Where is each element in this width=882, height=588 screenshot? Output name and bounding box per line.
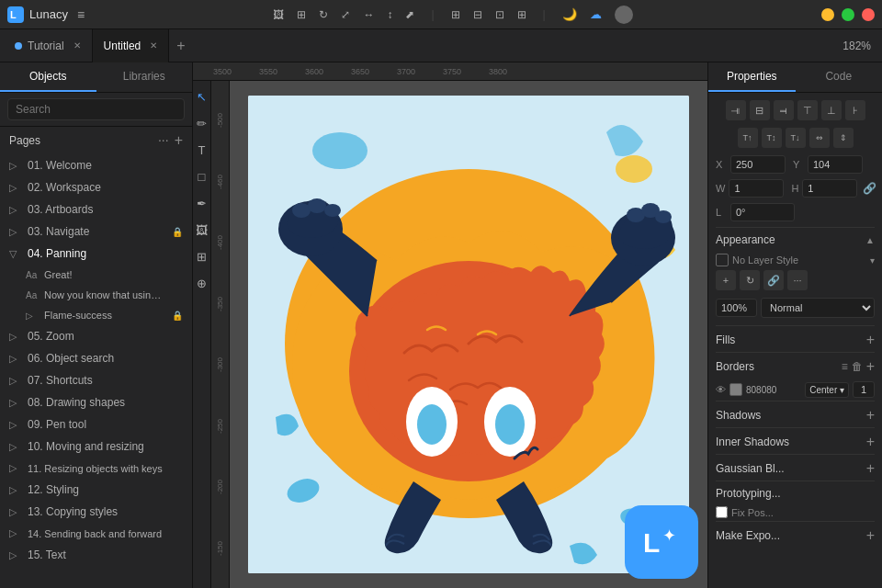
align-top-button[interactable]: ⊤ [797,100,818,120]
rotate-input[interactable] [730,203,795,221]
page-item-11-resizing[interactable]: ▷ 11. Resizing objects with keys [0,458,192,479]
page-item-08-drawing[interactable]: ▷ 08. Drawing shapes [0,391,192,413]
hamburger-menu-icon[interactable]: ≡ [77,7,85,22]
text-tool[interactable]: T [198,143,206,157]
layer-style-add-btn[interactable]: + [716,270,736,290]
inner-shadows-add-icon[interactable]: + [866,434,875,450]
page-item-05-zoom[interactable]: ▷ 05. Zoom [0,325,192,347]
path-tool[interactable]: ⬈ [405,8,414,21]
tab-properties[interactable]: Properties [708,62,796,92]
grid-view-icon[interactable]: ⊞ [451,8,460,21]
layer-style-rotate-btn[interactable]: ↻ [740,270,760,290]
borders-section[interactable]: Borders ≡ 🗑 + [716,352,875,379]
appearance-section[interactable]: Appearance ▲ [716,227,875,250]
page-item-13-copying[interactable]: ▷ 13. Copying styles [0,501,192,523]
inner-shadows-section[interactable]: Inner Shadows + [716,427,875,454]
canvas-background[interactable]: -500 -460 -400 -350 -300 -250 -200 -150 [211,81,707,588]
page-item-10-moving[interactable]: ▷ 10. Moving and resizing [0,435,192,458]
tab-tutorial-close[interactable]: ✕ [74,40,81,51]
border-width-input[interactable]: 1 [853,381,875,398]
borders-delete-icon[interactable]: 🗑 [852,360,863,373]
page-item-09-pen[interactable]: ▷ 09. Pen tool [0,413,192,435]
layer-style-chevron-icon[interactable]: ▾ [870,255,875,266]
layer-style-more-btn[interactable]: ··· [787,270,808,290]
align-center-button[interactable]: ⊟ [750,100,770,120]
pen-tool[interactable]: ✒ [197,197,207,210]
page-item-07-shortcuts[interactable]: ▷ 07. Shortcuts [0,369,192,391]
h-input[interactable] [802,179,857,198]
maximize-button[interactable] [842,8,854,21]
gaussian-blur-section[interactable]: Gaussian Bl... + [716,454,875,481]
align-left-button[interactable]: ⫣ [726,100,746,120]
dist-horiz[interactable]: ⇔ [809,128,830,148]
fills-add-icon[interactable]: + [866,332,875,348]
align-text-bot[interactable]: T↓ [786,128,806,148]
page-item-15-text[interactable]: ▷ 15. Text [0,544,192,566]
page-item-02-workspace[interactable]: ▷ 02. Workspace [0,176,192,198]
prototyping-section[interactable]: Prototyping... [716,481,875,503]
image-insert-tool[interactable]: 🖼 [273,8,284,21]
sidebar-tab-libraries[interactable]: Libraries [96,62,193,92]
tab-untitled-close[interactable]: ✕ [150,40,157,51]
align-text-top[interactable]: T↑ [738,128,758,148]
gaussian-blur-add-icon[interactable]: + [866,460,875,477]
layer-style-link-btn[interactable]: 🔗 [763,270,784,290]
tab-add-button[interactable]: + [169,38,192,54]
align-bottom-button[interactable]: ⊦ [845,100,865,120]
tab-code[interactable]: Code [796,62,883,92]
pencil-tool[interactable]: ✏ [197,117,207,130]
border-visibility-icon[interactable]: 👁 [716,384,726,395]
zoom-tool[interactable]: ⊕ [197,277,207,290]
dark-mode-icon[interactable]: 🌙 [562,7,577,21]
component-tool[interactable]: ⊞ [197,250,207,264]
page-item-04-panning[interactable]: ▽ 04. Panning [0,243,192,265]
dist-vert[interactable]: ⇕ [833,128,854,148]
page-item-06-search[interactable]: ▷ 06. Object search [0,347,192,369]
page-item-03-artboards[interactable]: ▷ 03. Artboards [0,198,192,220]
snap-icon[interactable]: ⊡ [495,8,504,21]
page-item-01-welcome[interactable]: ▷ 01. Welcome [0,154,192,176]
fills-section[interactable]: Fills + [716,325,875,352]
flip-v-tool[interactable]: ↕ [387,8,392,21]
lock-aspect-icon[interactable]: 🔗 [863,182,876,195]
layout-icon[interactable]: ⊟ [473,8,482,21]
tab-untitled[interactable]: Untitled ✕ [93,29,170,62]
scale-tool[interactable]: ⤢ [341,8,350,21]
border-position-select[interactable]: Center ▾ [805,382,849,398]
pixel-grid-icon[interactable]: ⊞ [517,8,526,21]
grid-tool[interactable]: ⊞ [297,8,306,21]
shape-tool[interactable]: □ [198,170,206,184]
borders-add-icon[interactable]: + [866,358,875,375]
blend-mode-select[interactable]: Normal Multiply Screen [761,298,875,318]
flip-h-tool[interactable]: ↔ [363,8,374,21]
align-text-mid[interactable]: T↕ [762,128,782,148]
page-item-04-flame[interactable]: ▷ Flame-success 🔒 [0,305,192,325]
make-export-section[interactable]: Make Expo... + [716,521,875,548]
align-right-button[interactable]: ⫤ [774,100,794,120]
borders-settings-icon[interactable]: ≡ [842,360,848,373]
make-export-add-icon[interactable]: + [866,527,875,544]
minimize-button[interactable] [821,8,834,21]
shadows-section[interactable]: Shadows + [716,401,875,427]
fix-position-checkbox[interactable] [716,506,728,518]
opacity-input[interactable] [716,299,757,317]
w-input[interactable] [729,179,784,198]
page-item-03-navigate[interactable]: ▷ 03. Navigate 🔒 [0,220,192,243]
border-color-swatch[interactable] [729,383,742,396]
page-item-14-sending[interactable]: ▷ 14. Sending back and forward [0,523,192,544]
sidebar-tab-objects[interactable]: Objects [0,62,96,92]
pages-more-button[interactable]: ··· [158,132,169,149]
close-button[interactable] [862,8,875,21]
image-tool[interactable]: 🖼 [196,223,208,237]
align-middle-button[interactable]: ⊥ [821,100,842,120]
cloud-icon[interactable]: ☁ [590,7,602,21]
tab-tutorial[interactable]: Tutorial ✕ [4,29,93,62]
rotate-tool[interactable]: ↻ [319,8,328,21]
avatar-icon[interactable] [615,6,633,24]
shadows-add-icon[interactable]: + [866,407,875,424]
select-tool[interactable]: ↖ [197,90,207,104]
y-input[interactable] [808,155,863,174]
page-item-12-styling[interactable]: ▷ 12. Styling [0,479,192,501]
pages-add-button[interactable]: + [175,132,183,149]
page-item-04-now[interactable]: Aa Now you know that using Shift [0,285,192,305]
